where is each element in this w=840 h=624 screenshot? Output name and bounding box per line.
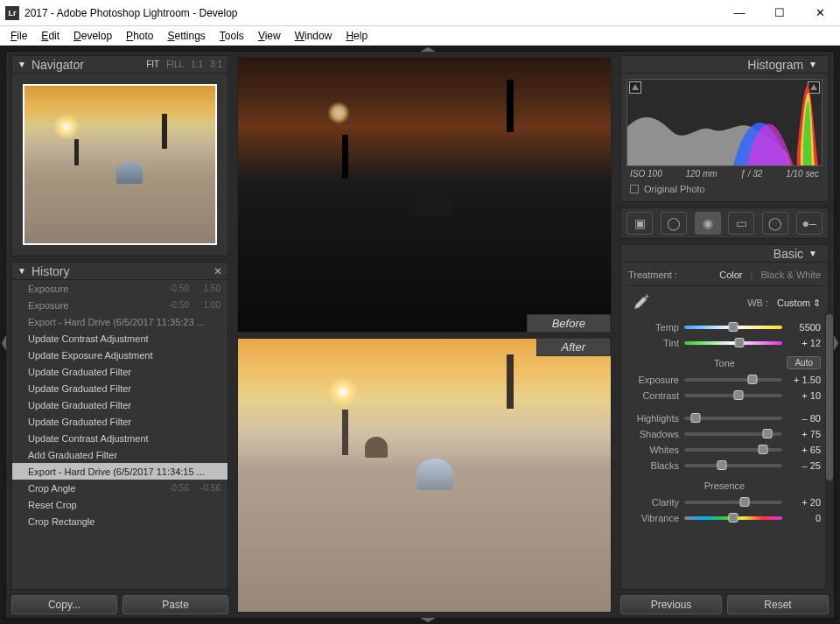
nav-mode-fill[interactable]: FILL	[166, 60, 184, 69]
history-item[interactable]: Update Contrast Adjustment	[12, 330, 228, 347]
navigator-title: Navigator	[32, 58, 146, 72]
history-item[interactable]: Crop Rectangle	[12, 513, 228, 529]
history-header[interactable]: ▼ History ✕	[11, 262, 228, 279]
app-inner: ▼ Navigator FITFILL1:13:1 ▼ History ✕	[5, 51, 835, 619]
navigator-preview-image[interactable]	[23, 84, 217, 245]
auto-button[interactable]: Auto	[787, 356, 821, 369]
menu-file[interactable]: File	[4, 28, 34, 44]
vibrance-slider[interactable]: Vibrance0	[628, 510, 821, 526]
histogram-chart[interactable]	[626, 79, 822, 166]
aperture-stat: ƒ / 32	[740, 169, 762, 179]
histogram-body: ISO 100 120 mm ƒ / 32 1/10 sec Original …	[620, 73, 829, 202]
history-item[interactable]: Update Graduated Filter	[12, 396, 228, 413]
history-close-icon[interactable]: ✕	[214, 265, 222, 277]
collapse-top-icon[interactable]	[420, 47, 436, 52]
menu-help[interactable]: Help	[339, 28, 374, 44]
iso-stat: ISO 100	[630, 169, 662, 179]
histogram-stats: ISO 100 120 mm ƒ / 32 1/10 sec	[626, 166, 822, 179]
clarity-slider[interactable]: Clarity+ 20	[628, 494, 821, 510]
history-item[interactable]: Export - Hard Drive (6/5/2017 11:34:15 .…	[12, 463, 228, 480]
history-item[interactable]: Update Graduated Filter	[12, 413, 228, 430]
radial-tool-icon[interactable]: ◯	[762, 212, 788, 235]
redeye-tool-icon[interactable]: ◉	[695, 212, 721, 235]
eyedropper-icon[interactable]	[628, 291, 651, 314]
previous-button[interactable]: Previous	[620, 595, 722, 614]
graduated-tool-icon[interactable]: ▭	[728, 212, 754, 235]
nav-mode-fit[interactable]: FIT	[146, 60, 159, 69]
menu-develop[interactable]: Develop	[66, 28, 119, 44]
exposure-slider[interactable]: Exposure+ 1.50	[628, 372, 821, 388]
close-button[interactable]: ✕	[800, 0, 840, 26]
minimize-button[interactable]: —	[719, 0, 760, 26]
history-item[interactable]: Update Contrast Adjustment	[12, 430, 228, 446]
after-label: After	[536, 338, 611, 356]
menu-settings[interactable]: Settings	[160, 28, 212, 44]
spot-tool-icon[interactable]: ◯	[661, 212, 687, 235]
app-surface: ▼ Navigator FITFILL1:13:1 ▼ History ✕	[0, 46, 840, 624]
whites-slider[interactable]: Whites+ 65	[628, 442, 821, 458]
shadows-slider[interactable]: Shadows+ 75	[628, 426, 821, 442]
highlights-slider[interactable]: Highlights– 80	[628, 410, 821, 426]
crop-tool-icon[interactable]: ▣	[626, 212, 653, 235]
history-item[interactable]: Update Exposure Adjustment	[12, 347, 228, 363]
original-photo-toggle[interactable]: Original Photo	[626, 179, 822, 196]
shutter-stat: 1/10 sec	[786, 169, 819, 179]
histogram-title: Histogram	[626, 58, 803, 72]
history-body: Exposure-0.501.50Exposure-0.501.00Export…	[11, 279, 228, 590]
history-item[interactable]: Update Graduated Filter	[12, 363, 228, 380]
basic-body: Treatment : Color | Black & White WB :	[620, 262, 829, 590]
basic-header[interactable]: Basic ▼	[620, 244, 829, 262]
nav-mode-11[interactable]: 1:1	[191, 60, 203, 69]
wb-dropdown[interactable]: Custom ⇕	[777, 298, 821, 309]
histogram-header[interactable]: Histogram ▼	[620, 55, 829, 73]
preview-before[interactable]: Before	[237, 57, 612, 333]
brush-tool-icon[interactable]: ●–	[796, 212, 822, 235]
collapse-left-icon[interactable]	[2, 335, 6, 351]
chevron-down-icon: ▼	[18, 60, 26, 69]
history-item[interactable]: Crop Angle-0.56-0.56	[12, 480, 228, 496]
copy-button[interactable]: Copy...	[11, 595, 117, 614]
menu-photo[interactable]: Photo	[119, 28, 160, 44]
tint-slider[interactable]: Tint + 12	[628, 335, 821, 351]
history-item[interactable]: Export - Hard Drive (6/5/2017 11:35:23 .…	[12, 313, 228, 330]
center-panel: Before After	[232, 52, 617, 618]
reset-button[interactable]: Reset	[727, 595, 829, 614]
menu-edit[interactable]: Edit	[34, 28, 66, 44]
history-item[interactable]: Reset Crop	[12, 496, 228, 513]
blacks-slider[interactable]: Blacks– 25	[628, 458, 821, 473]
menu-bar: FileEditDevelopPhotoSettingsToolsViewWin…	[0, 26, 840, 46]
navigator-header[interactable]: ▼ Navigator FITFILL1:13:1	[11, 55, 228, 73]
temp-slider[interactable]: Temp 5500	[628, 319, 821, 335]
treatment-color[interactable]: Color	[719, 270, 742, 280]
chevron-down-icon: ▼	[808, 249, 817, 258]
presence-header: Presence	[628, 480, 821, 491]
menu-window[interactable]: Window	[288, 28, 340, 44]
checkbox-icon	[630, 185, 639, 193]
maximize-button[interactable]: ☐	[760, 0, 800, 26]
left-panel: ▼ Navigator FITFILL1:13:1 ▼ History ✕	[6, 52, 232, 618]
history-item[interactable]: Add Graduated Filter	[12, 446, 228, 463]
nav-mode-31[interactable]: 3:1	[210, 60, 222, 69]
collapse-bottom-icon[interactable]	[420, 618, 436, 622]
history-item[interactable]: Update Graduated Filter	[12, 380, 228, 396]
paste-button[interactable]: Paste	[122, 595, 228, 614]
history-item[interactable]: Exposure-0.501.50	[12, 280, 228, 297]
chevron-down-icon: ▼	[808, 60, 817, 69]
right-panel: Histogram ▼ ISO 100	[617, 52, 834, 618]
navigator-body[interactable]	[11, 73, 228, 256]
right-scrollbar[interactable]	[825, 314, 834, 592]
focal-stat: 120 mm	[685, 169, 717, 179]
history-list: Exposure-0.501.50Exposure-0.501.00Export…	[12, 280, 228, 529]
contrast-slider[interactable]: Contrast+ 10	[628, 388, 821, 403]
treatment-row: Treatment : Color | Black & White	[628, 268, 821, 286]
chevron-down-icon: ▼	[18, 266, 26, 276]
navigator-modes: FITFILL1:13:1	[146, 60, 222, 69]
history-item[interactable]: Exposure-0.501.00	[12, 297, 228, 313]
preview-after[interactable]: After	[237, 338, 612, 613]
menu-view[interactable]: View	[251, 28, 288, 44]
menu-tools[interactable]: Tools	[213, 28, 251, 44]
treatment-bw[interactable]: Black & White	[761, 270, 821, 280]
window-title: 2017 - Adobe Photoshop Lightroom - Devel…	[24, 7, 719, 19]
history-title: History	[32, 264, 214, 278]
collapse-right-icon[interactable]	[834, 335, 838, 351]
